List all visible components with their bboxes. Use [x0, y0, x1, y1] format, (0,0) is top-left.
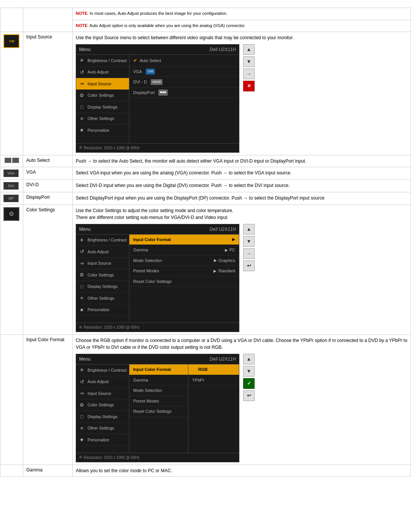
osd-body-2: ☀ Brightness / Contrast ↺ Auto Adjust ⇒ …	[76, 235, 239, 323]
nav-down-1[interactable]: ▼	[243, 56, 255, 67]
osd-sub-modesel-3: Mode Selection	[129, 385, 188, 396]
osd-right-spacer-3	[129, 112, 239, 118]
dp-icon-cell: DP	[0, 192, 23, 204]
osd-footer-3: ⊞ Resolution: 1920 x 1080 @ 60Hz	[76, 453, 239, 462]
osd-left-inputsrc-1: ⇒ Input Source	[76, 78, 129, 90]
osd-val-ypbpr: YPbPr	[188, 375, 239, 386]
dp-label: DisplayPort	[23, 192, 73, 204]
osd-submenu-reset: Reset Color Settings	[129, 276, 239, 287]
osd-left-othersettings-3: ≡ Other Settings	[76, 423, 129, 435]
osd-left-spacer-1	[76, 136, 129, 143]
osd-right-vga: VGA Usb	[129, 67, 239, 77]
icf-desc: Choose the RGB option if monitor is conn…	[76, 337, 408, 351]
color-settings-icon-cell: ⚙	[0, 204, 23, 335]
nav-right-1[interactable]: →	[243, 69, 255, 79]
osd-model-3: Dell U2X11H	[210, 356, 236, 363]
osd-sub-icf-3: Input Color Format	[129, 364, 188, 375]
osd-right-spacer-6	[129, 300, 239, 307]
osd-right-2: Input Color Format▶ Gamma ▶PC Mode Selec…	[129, 235, 239, 323]
color-settings-desc2: There are different color setting sub-me…	[76, 214, 408, 221]
badge-dvid: HDMI	[151, 79, 162, 85]
osd-header-1: Menu Dell U2X11H	[76, 45, 239, 55]
osd-menu-label-3: Menu	[79, 356, 91, 363]
osd-body-1: ☀ Brightness / Contrast ↺ Auto Adjust ⇒ …	[76, 55, 239, 143]
osd-left-personalize-1: ★ Personalize	[76, 125, 129, 136]
nav-buttons-3: ▲ ▼ ✓ ↩	[243, 354, 255, 401]
auto-select-content: Push → to select the Auto Select, the mo…	[73, 155, 411, 167]
nav-right-2[interactable]: →	[243, 248, 255, 259]
osd-left-colorsettings-3: ⚙ Color Settings	[76, 399, 129, 411]
icf-osd-wrapper: Menu Dell U2X11H ☀ Brightness / Contrast…	[76, 351, 408, 462]
color-settings-osd-wrapper: Menu Dell U2X11H ☀ Brightness / Contrast…	[76, 221, 408, 332]
osd-left-3: ☀ Brightness / Contrast ↺ Auto Adjust ⇒ …	[76, 364, 129, 453]
osd-left-colorsettings-1: ⚙ Color Settings	[76, 90, 129, 102]
input-source-icon-cell: ⇒	[0, 32, 23, 155]
dvid-content: Select DVI-D input when you are using th…	[73, 179, 411, 192]
osd-right-spacer-2	[129, 105, 239, 112]
nav-buttons-2: ▲ ▼ → ↩	[243, 224, 255, 271]
osd-menu-label-2: Menu	[79, 226, 91, 233]
nav-down-2[interactable]: ▼	[243, 236, 255, 247]
color-settings-label: Color Settings	[23, 204, 73, 335]
auto-select-icon-cell	[0, 155, 23, 167]
nav-up-2[interactable]: ▲	[243, 224, 255, 235]
icf-osd: Menu Dell U2X11H ☀ Brightness / Contrast…	[76, 354, 239, 462]
note-text-1: NOTE: In most cases, Auto Adjust produce…	[76, 10, 408, 17]
osd-header-2: Menu Dell U2X11H	[76, 224, 239, 235]
osd-left-inputsrc-3: ⇒ Input Source	[76, 388, 129, 399]
gamma-desc: Allows you to set the color mode to PC o…	[76, 468, 172, 473]
color-settings-osd: Menu Dell U2X11H ☀ Brightness / Contrast…	[76, 224, 239, 332]
osd-footer-2: ⊞ Resolution: 1920 x 1080 @ 60Hz	[76, 323, 239, 332]
nav-back-3[interactable]: ↩	[243, 390, 255, 401]
osd-left-displaysettings-3: □ Display Settings	[76, 411, 129, 423]
dvid-icon: DVI	[3, 182, 19, 190]
vga-label: VGA	[23, 167, 73, 179]
osd-val-rgb: ✔ RGB	[188, 364, 239, 375]
osd-right-dvid: DVI - D HDMI	[129, 77, 239, 88]
input-source-desc: Use the Input Source menu to select betw…	[76, 34, 408, 41]
osd-left-autoadj-2: ↺ Auto Adjust	[76, 246, 129, 258]
osd-left-spacer-3	[76, 446, 129, 453]
osd-left-displaysettings-1: □ Display Settings	[76, 101, 129, 113]
nav-up-3[interactable]: ▲	[243, 354, 255, 364]
osd-left-personalize-2: ★ Personalize	[76, 304, 129, 316]
osd-left-autoadj-3: ↺ Auto Adjust	[76, 376, 129, 388]
osd-header-3: Menu Dell U2X11H	[76, 354, 239, 364]
note-row-2: NOTE: Auto Adjust option is only availab…	[73, 20, 411, 32]
color-settings-desc1: Use the Color Settings to adjust the col…	[76, 207, 408, 214]
osd-left-2: ☀ Brightness / Contrast ↺ Auto Adjust ⇒ …	[76, 235, 129, 323]
gamma-content: Allows you to set the color mode to PC o…	[73, 465, 411, 476]
nav-check-3[interactable]: ✓	[243, 378, 255, 389]
dp-icon: DP	[3, 195, 19, 202]
osd-left-inputsrc-2: ⇒ Input Source	[76, 258, 129, 270]
nav-up-1[interactable]: ▲	[243, 44, 255, 55]
osd-submenu-gamma: Gamma ▶PC	[129, 245, 239, 256]
osd-resolution-1: Resolution: 1920 x 1080 @ 60Hz	[84, 145, 140, 151]
badge-vga: Usb	[146, 69, 155, 75]
note-row-1: NOTE: In most cases, Auto Adjust produce…	[73, 8, 411, 20]
osd-right-displayport: DisplayPort ■■■	[129, 88, 239, 98]
check-autoselect: ✔	[133, 57, 137, 64]
vga-desc: Select VGA input when you are using the …	[76, 170, 292, 176]
osd-left-brightness-1: ☀ Brightness / Contrast	[76, 55, 129, 67]
main-content-table: NOTE: In most cases, Auto Adjust produce…	[0, 8, 411, 477]
osd-sub-reset-3: Reset Color Settings	[129, 406, 188, 417]
osd-sub-gamma-3: Gamma	[129, 375, 188, 386]
empty-label-cell	[23, 8, 73, 32]
osd-left-othersettings-1: ≡ Other Settings	[76, 113, 129, 125]
dp-desc: Select DisplayPort input when you are us…	[76, 195, 325, 201]
color-settings-content: Use the Color Settings to adjust the col…	[73, 204, 411, 335]
note-label-1: NOTE	[76, 11, 88, 16]
osd-right-col1: Input Color Format Gamma Mode Selection …	[129, 364, 188, 453]
nav-back-2[interactable]: ↩	[243, 260, 255, 271]
osd-resolution-3: Resolution: 1920 x 1080 @ 60Hz	[84, 455, 140, 460]
gamma-label: Gamma	[23, 465, 73, 476]
osd-right-col2: ✔ RGB YPbPr	[188, 364, 239, 453]
badge-dp: ■■■	[158, 89, 167, 96]
nav-buttons-1: ▲ ▼ → ✕	[243, 44, 255, 91]
osd-left-brightness-2: ☀ Brightness / Contrast	[76, 235, 129, 246]
osd-model-2: Dell U2X11H	[210, 226, 236, 233]
nav-exit-1[interactable]: ✕	[243, 81, 255, 91]
nav-down-3[interactable]: ▼	[243, 366, 255, 377]
osd-left-autoadj-1: ↺ Auto Adjust	[76, 67, 129, 78]
